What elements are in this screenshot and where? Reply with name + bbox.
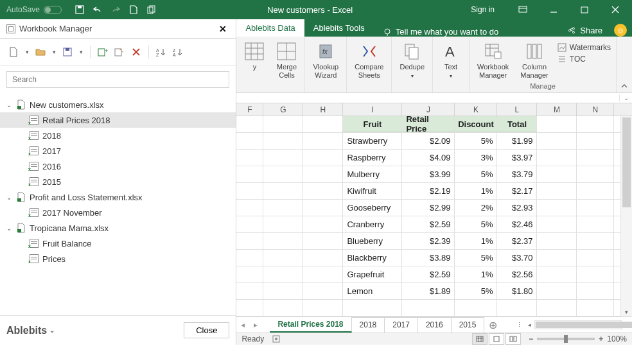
expand-formula-bar-icon[interactable]: ⌄ bbox=[619, 94, 632, 101]
merge-cells-button[interactable]: Merge Cells bbox=[274, 40, 299, 81]
cell[interactable]: $1.99 bbox=[497, 133, 537, 149]
vlookup-wizard-button[interactable]: fx Vlookup Wizard bbox=[310, 40, 341, 81]
feedback-smiley-icon[interactable]: ☺ bbox=[614, 24, 627, 37]
close-button[interactable]: Close bbox=[184, 322, 229, 338]
cell[interactable] bbox=[537, 200, 577, 216]
cell[interactable]: Fruit bbox=[343, 116, 402, 132]
scroll-left-icon[interactable]: ◂ bbox=[524, 322, 534, 328]
compare-sheets-button[interactable]: Compare Sheets bbox=[352, 40, 386, 81]
cell[interactable] bbox=[236, 166, 263, 182]
cell[interactable] bbox=[236, 300, 263, 316]
new-file-icon[interactable] bbox=[126, 2, 141, 17]
view-normal-icon[interactable] bbox=[472, 333, 487, 345]
column-header[interactable]: L bbox=[497, 103, 537, 116]
cell[interactable] bbox=[236, 250, 263, 266]
panel-close-icon[interactable]: ✕ bbox=[216, 22, 229, 35]
tree-sheet-item[interactable]: xRetail Prices 2018 bbox=[0, 112, 236, 128]
cell[interactable] bbox=[263, 300, 303, 316]
cell[interactable] bbox=[343, 300, 402, 316]
sheet-nav-prev-icon[interactable]: ◂ bbox=[236, 320, 249, 329]
copy-icon[interactable] bbox=[144, 2, 159, 17]
cell[interactable] bbox=[497, 300, 537, 316]
cell[interactable]: $2.93 bbox=[497, 200, 537, 216]
cell[interactable] bbox=[236, 266, 263, 282]
cell[interactable]: Retail Price bbox=[402, 116, 455, 132]
cell[interactable] bbox=[577, 216, 614, 232]
tree-workbook-item[interactable]: ⌄Tropicana Mama.xlsx bbox=[0, 220, 236, 236]
ablebits-brand[interactable]: Ablebits ⌄ bbox=[6, 325, 55, 336]
cell[interactable] bbox=[263, 266, 303, 282]
tree-sheet-item[interactable]: x2015 bbox=[0, 174, 236, 189]
cell[interactable]: $1.89 bbox=[402, 283, 455, 299]
open-folder-dropdown-icon[interactable]: ▾ bbox=[50, 45, 58, 59]
cell[interactable]: $3.97 bbox=[497, 150, 537, 166]
watermarks-button[interactable]: Watermarks bbox=[557, 43, 611, 52]
cell[interactable]: $2.46 bbox=[497, 216, 537, 232]
toc-button[interactable]: TOC bbox=[557, 55, 611, 64]
tree-sheet-item[interactable]: xFruit Balance bbox=[0, 236, 236, 251]
cell[interactable] bbox=[537, 166, 577, 182]
tree-sheet-item[interactable]: x2017 November bbox=[0, 205, 236, 220]
save-icon[interactable] bbox=[72, 2, 87, 17]
sheet-nav-next-icon[interactable]: ▸ bbox=[249, 320, 262, 329]
cell[interactable] bbox=[236, 133, 263, 149]
tree-sheet-item[interactable]: x2018 bbox=[0, 128, 236, 143]
cell[interactable]: $2.99 bbox=[402, 200, 455, 216]
cell[interactable] bbox=[236, 150, 263, 166]
add-sheet-button[interactable]: ⊕ bbox=[484, 319, 501, 331]
search-input[interactable] bbox=[6, 71, 229, 88]
cell[interactable] bbox=[263, 150, 303, 166]
cell[interactable]: $2.19 bbox=[402, 183, 455, 199]
horizontal-scrollbar[interactable]: ⋮ ◂ ▸ bbox=[514, 320, 632, 329]
cell[interactable]: Discount bbox=[455, 116, 497, 132]
sheet-tab[interactable]: 2018 bbox=[352, 317, 385, 333]
cell[interactable]: Grapefruit bbox=[343, 266, 402, 282]
zoom-slider[interactable] bbox=[537, 338, 595, 340]
cell[interactable] bbox=[236, 116, 263, 132]
cell[interactable]: $2.56 bbox=[497, 266, 537, 282]
cell[interactable]: $2.59 bbox=[402, 266, 455, 282]
cell[interactable] bbox=[537, 150, 577, 166]
column-header[interactable]: K bbox=[455, 103, 497, 116]
delete-sheet-icon[interactable] bbox=[129, 45, 143, 59]
minimize-icon[interactable] bbox=[541, 0, 566, 19]
cell[interactable] bbox=[577, 250, 614, 266]
column-header[interactable]: H bbox=[303, 103, 343, 116]
cell[interactable] bbox=[263, 133, 303, 149]
cell[interactable]: $2.59 bbox=[402, 216, 455, 232]
maximize-icon[interactable] bbox=[572, 0, 597, 19]
workbook-manager-button[interactable]: Workbook Manager bbox=[475, 40, 511, 81]
cell[interactable] bbox=[263, 283, 303, 299]
cell[interactable] bbox=[236, 200, 263, 216]
cell[interactable]: $4.09 bbox=[402, 150, 455, 166]
cell[interactable] bbox=[263, 216, 303, 232]
cell[interactable] bbox=[303, 166, 343, 182]
cell[interactable]: 1% bbox=[455, 233, 497, 249]
sheet-tab[interactable]: Retail Prices 2018 bbox=[270, 316, 351, 333]
cell[interactable]: Blackberry bbox=[343, 250, 402, 266]
cell[interactable] bbox=[263, 250, 303, 266]
chevron-down-icon[interactable]: ⌄ bbox=[6, 225, 14, 232]
cell[interactable] bbox=[577, 200, 614, 216]
cell[interactable] bbox=[577, 283, 614, 299]
sort-asc-icon[interactable]: AZ bbox=[154, 45, 168, 59]
cell[interactable]: Lemon bbox=[343, 283, 402, 299]
cell[interactable]: Raspberry bbox=[343, 150, 402, 166]
view-page-break-icon[interactable] bbox=[505, 333, 521, 345]
save-panel-dropdown-icon[interactable]: ▾ bbox=[77, 45, 85, 59]
sheet-tab[interactable]: 2016 bbox=[418, 317, 452, 333]
cell[interactable] bbox=[263, 233, 303, 249]
cell[interactable]: $3.70 bbox=[497, 250, 537, 266]
cell[interactable] bbox=[303, 150, 343, 166]
cell[interactable]: Mulberry bbox=[343, 166, 402, 182]
scroll-down-icon[interactable]: ▾ bbox=[621, 308, 632, 316]
tree-workbook-item[interactable]: ⌄Profit and Loss Statement.xlsx bbox=[0, 189, 236, 205]
cell[interactable]: Gooseberry bbox=[343, 200, 402, 216]
add-sheet-icon[interactable]: + bbox=[96, 45, 110, 59]
cell[interactable]: $2.09 bbox=[402, 133, 455, 149]
cell[interactable] bbox=[236, 183, 263, 199]
cell[interactable] bbox=[537, 233, 577, 249]
cell[interactable]: 5% bbox=[455, 250, 497, 266]
undo-icon[interactable] bbox=[90, 2, 105, 17]
share-button[interactable]: Share bbox=[561, 26, 609, 35]
